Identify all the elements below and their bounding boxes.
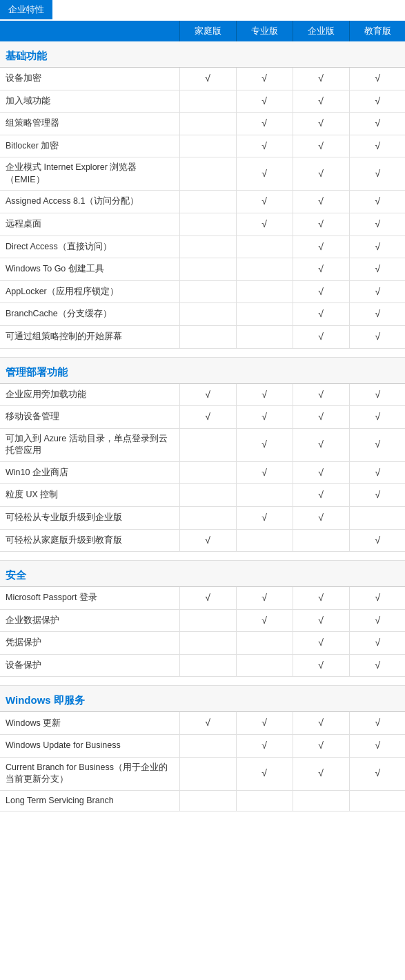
check-ent-0-11: √: [293, 325, 349, 348]
check-ent-1-4: √: [293, 484, 349, 507]
check-edu-1-1: √: [349, 406, 405, 429]
check-home-1-4: [179, 484, 236, 507]
table-row: 可轻松从家庭版升级到教育版√√: [0, 529, 405, 552]
check-edu-1-5: [349, 506, 405, 529]
table-row: 可轻松从专业版升级到企业版√√: [0, 506, 405, 529]
feature-label-0-8: Windows To Go 创建工具: [0, 258, 179, 281]
table-row: 凭据保护√√: [0, 632, 405, 655]
check-ent-0-1: √: [293, 90, 349, 113]
feature-label-2-2: 凭据保护: [0, 632, 179, 655]
table-row: Long Term Servicing Branch: [0, 790, 405, 811]
check-ent-1-5: √: [293, 506, 349, 529]
check-edu-2-1: √: [349, 609, 405, 632]
check-home-2-0: √: [179, 587, 236, 610]
feature-label-1-4: 粒度 UX 控制: [0, 484, 179, 507]
check-edu-0-0: √: [349, 68, 405, 90]
check-home-3-1: [179, 735, 236, 758]
table-row: 粒度 UX 控制√√: [0, 484, 405, 507]
table-row: Direct Access（直接访问）√√: [0, 236, 405, 258]
check-pro-3-1: √: [236, 735, 293, 758]
check-ent-1-3: √: [293, 461, 349, 484]
feature-label-1-0: 企业应用旁加载功能: [0, 383, 179, 406]
check-ent-0-8: √: [293, 258, 349, 281]
table-row: 移动设备管理√√√√: [0, 406, 405, 429]
check-pro-1-2: √: [236, 428, 293, 461]
table-row: 远程桌面√√√: [0, 213, 405, 236]
check-ent-0-2: √: [293, 113, 349, 135]
feature-label-1-5: 可轻松从专业版升级到企业版: [0, 506, 179, 529]
check-home-1-6: √: [179, 529, 236, 552]
table-row: 可加入到 Azure 活动目录，单点登录到云托管应用√√√: [0, 428, 405, 461]
table-row: 设备加密√√√√: [0, 68, 405, 90]
check-home-0-6: [179, 213, 236, 236]
col-feature-header: [0, 21, 179, 41]
table-row: Microsoft Passport 登录√√√√: [0, 587, 405, 610]
feature-label-0-1: 加入域功能: [0, 90, 179, 113]
check-home-0-4: [179, 157, 236, 191]
feature-label-0-2: 组策略管理器: [0, 113, 179, 135]
feature-label-2-1: 企业数据保护: [0, 609, 179, 632]
check-home-2-3: [179, 654, 236, 677]
table-row: 可通过组策略控制的开始屏幕√√: [0, 325, 405, 348]
check-pro-1-0: √: [236, 383, 293, 406]
table-row: 企业模式 Internet Explorer 浏览器（EMIE）√√√: [0, 157, 405, 191]
check-pro-0-4: √: [236, 157, 293, 191]
feature-label-3-1: Windows Update for Business: [0, 735, 179, 758]
feature-label-3-2: Current Branch for Business（用于企业的当前更新分支）: [0, 757, 179, 790]
check-home-1-5: [179, 506, 236, 529]
check-home-0-7: [179, 236, 236, 258]
feature-label-0-4: 企业模式 Internet Explorer 浏览器（EMIE）: [0, 157, 179, 191]
feature-label-0-11: 可通过组策略控制的开始屏幕: [0, 325, 179, 348]
section-title-1: 管理部署功能: [0, 357, 405, 383]
table-row: Win10 企业商店√√√: [0, 461, 405, 484]
check-home-1-2: [179, 428, 236, 461]
feature-label-1-1: 移动设备管理: [0, 406, 179, 429]
check-home-3-2: [179, 757, 236, 790]
check-edu-2-0: √: [349, 587, 405, 610]
check-home-2-1: [179, 609, 236, 632]
table-row: BranchCache（分支缓存）√√: [0, 303, 405, 326]
table-row: Current Branch for Business（用于企业的当前更新分支）…: [0, 757, 405, 790]
check-ent-3-2: √: [293, 757, 349, 790]
check-home-2-2: [179, 632, 236, 655]
check-edu-0-7: √: [349, 236, 405, 258]
check-pro-0-2: √: [236, 113, 293, 135]
check-pro-1-1: √: [236, 406, 293, 429]
table-row: 设备保护√√: [0, 654, 405, 677]
check-home-0-9: [179, 280, 236, 303]
check-edu-1-6: √: [349, 529, 405, 552]
check-edu-0-3: √: [349, 135, 405, 157]
check-pro-2-2: [236, 632, 293, 655]
check-ent-0-0: √: [293, 68, 349, 90]
check-edu-1-3: √: [349, 461, 405, 484]
check-ent-0-7: √: [293, 236, 349, 258]
col-pro-header: 专业版: [236, 21, 293, 41]
feature-label-3-3: Long Term Servicing Branch: [0, 790, 179, 811]
check-pro-0-6: √: [236, 213, 293, 236]
feature-label-0-5: Assigned Access 8.1（访问分配）: [0, 191, 179, 213]
check-ent-2-2: √: [293, 632, 349, 655]
check-edu-2-3: √: [349, 654, 405, 677]
table-row: Assigned Access 8.1（访问分配）√√√: [0, 191, 405, 213]
check-home-0-11: [179, 325, 236, 348]
check-pro-0-8: [236, 258, 293, 281]
page-header: 企业特性: [0, 0, 405, 21]
check-pro-3-0: √: [236, 712, 293, 735]
check-pro-2-1: √: [236, 609, 293, 632]
check-ent-0-6: √: [293, 213, 349, 236]
col-edu-header: 教育版: [349, 21, 405, 41]
check-home-0-2: [179, 113, 236, 135]
check-pro-0-10: [236, 303, 293, 326]
feature-label-2-0: Microsoft Passport 登录: [0, 587, 179, 610]
check-ent-2-0: √: [293, 587, 349, 610]
check-edu-0-6: √: [349, 213, 405, 236]
check-ent-2-1: √: [293, 609, 349, 632]
table-row: 企业数据保护√√√: [0, 609, 405, 632]
feature-label-2-3: 设备保护: [0, 654, 179, 677]
feature-label-3-0: Windows 更新: [0, 712, 179, 735]
check-edu-3-3: [349, 790, 405, 811]
check-pro-0-3: √: [236, 135, 293, 157]
check-ent-1-1: √: [293, 406, 349, 429]
check-home-1-1: √: [179, 406, 236, 429]
check-edu-0-8: √: [349, 258, 405, 281]
